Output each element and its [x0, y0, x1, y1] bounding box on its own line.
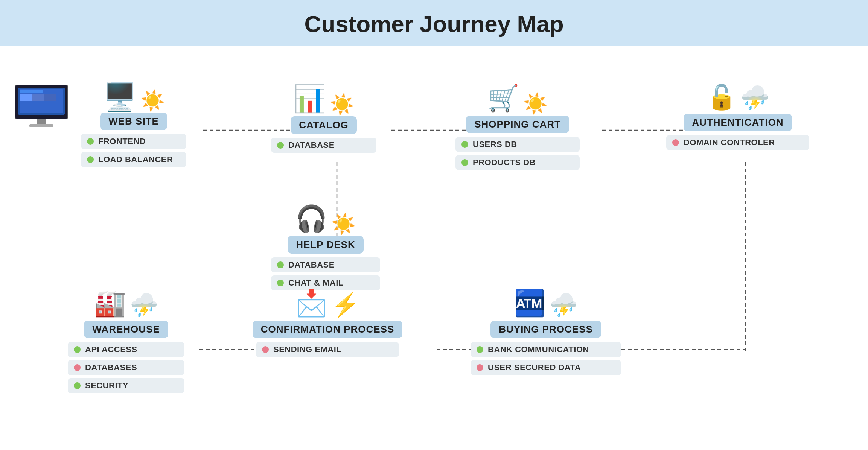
domaincontroller-service: DOMAIN CONTROLER: [666, 135, 809, 150]
usersdb-service: USERS DB: [455, 137, 580, 152]
node-authentication: 🔓 ⛈️ AUTHENTICATION DOMAIN CONTROLER: [666, 83, 809, 153]
databases-service: DATABASES: [68, 360, 184, 375]
dot-email: [262, 346, 269, 353]
node-catalog: 📊 ☀️ CATALOG DATABASE: [271, 83, 376, 156]
dot-domain: [672, 139, 679, 146]
buying-label: BUYING PROCESS: [490, 321, 601, 338]
dot-frontend: [87, 138, 94, 145]
node-warehouse: 🏭 ⛈️ WAREHOUSE API ACCESS DATABASES SECU…: [68, 288, 184, 396]
atm-icon: 🏧: [514, 288, 546, 318]
svg-rect-13: [32, 94, 44, 101]
secureddata-service: USER SECURED DATA: [471, 360, 621, 375]
warehouse-icons: 🏭 ⛈️: [94, 288, 158, 318]
website-icons: 🖥️ ☀️: [103, 83, 165, 110]
productsdb-service: PRODUCTS DB: [455, 155, 580, 170]
dot-loadbalancer: [87, 156, 94, 163]
catalog-icons: 📊 ☀️: [293, 83, 354, 114]
sun-icon-helpdesk: ☀️: [331, 214, 356, 234]
page-title: Customer Journey Map: [0, 11, 868, 37]
node-confirmation: 📩 ⚡ CONFIRMATION PROCESS SENDING EMAIL: [256, 288, 399, 360]
cart-icon: 🛒: [487, 83, 519, 113]
shoppingcart-label: SHOPPING CART: [466, 116, 569, 133]
dot-databases: [74, 364, 81, 371]
sendingemail-service: SENDING EMAIL: [256, 342, 399, 357]
node-buying: 🏧 ⛈️ BUYING PROCESS BANK COMMUNICATION U…: [471, 288, 621, 378]
loadbalancer-service: LOAD BALANCER: [81, 152, 186, 167]
dot-secured: [477, 364, 483, 371]
dot-bank: [477, 346, 483, 353]
dot-security: [74, 382, 81, 389]
header: Customer Journey Map: [0, 0, 868, 46]
helpdesk-label: HELP DESK: [288, 236, 363, 254]
catalog-db-service: DATABASE: [271, 138, 376, 153]
storm-icon-buying: ⛈️: [550, 292, 578, 318]
auth-label: AUTHENTICATION: [684, 114, 792, 131]
svg-rect-15: [37, 119, 46, 125]
buying-icons: 🏧 ⛈️: [514, 288, 578, 318]
apiaccess-service: API ACCESS: [68, 342, 184, 357]
sun-icon-cart: ☀️: [523, 94, 548, 113]
headset-icon: 🎧: [295, 204, 327, 234]
barcode-icon: 📊: [293, 83, 326, 114]
node-helpdesk: 🎧 ☀️ HELP DESK DATABASE CHAT & MAIL: [271, 204, 380, 293]
warehouse-label: WAREHOUSE: [84, 321, 168, 338]
helpdesk-icons: 🎧 ☀️: [295, 204, 356, 234]
sun-icon-catalog: ☀️: [330, 94, 354, 114]
helpdesk-db-service: DATABASE: [271, 257, 380, 272]
dot-catalog-db: [277, 142, 284, 149]
security-service: SECURITY: [68, 378, 184, 393]
storm-icon-auth: ⛈️: [740, 84, 769, 111]
lightning-icon-confirm: ⚡: [331, 292, 359, 318]
website-label: WEB SITE: [100, 113, 167, 130]
node-shoppingcart: 🛒 ☀️ SHOPPING CART USERS DB PRODUCTS DB: [455, 83, 580, 173]
dot-usersdb: [461, 141, 468, 148]
confirmation-label: CONFIRMATION PROCESS: [253, 321, 403, 338]
confirmation-icons: 📩 ⚡: [295, 288, 359, 318]
shoppingcart-icons: 🛒 ☀️: [487, 83, 548, 113]
dot-chatmail: [277, 280, 284, 286]
catalog-label: CATALOG: [291, 116, 357, 134]
dot-productsdb: [461, 159, 468, 166]
auth-icons: 🔓 ⛈️: [707, 83, 769, 111]
frontend-service: FRONTEND: [81, 134, 186, 149]
svg-rect-11: [20, 90, 43, 93]
sun-icon-website: ☀️: [140, 91, 165, 110]
monitor-icon: 🖥️: [103, 83, 137, 110]
svg-rect-14: [44, 94, 56, 101]
storm-icon-warehouse: ⛈️: [130, 292, 158, 318]
email-icon: 📩: [295, 288, 327, 318]
dot-helpdesk-db: [277, 261, 284, 268]
svg-rect-12: [20, 94, 32, 101]
lock-icon: 🔓: [707, 83, 737, 111]
node-website: 🖥️ ☀️ WEB SITE FRONTEND LOAD BALANCER: [81, 83, 186, 170]
dot-api: [74, 346, 81, 353]
svg-rect-16: [29, 124, 53, 127]
factory-icon: 🏭: [94, 288, 126, 318]
bankcomm-service: BANK COMMUNICATION: [471, 342, 621, 357]
computer-image: [11, 83, 72, 132]
main-area: 🖥️ ☀️ WEB SITE FRONTEND LOAD BALANCER 📊 …: [0, 46, 868, 444]
